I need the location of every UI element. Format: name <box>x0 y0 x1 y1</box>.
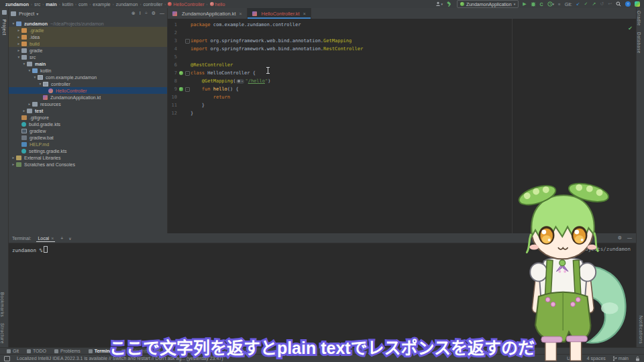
hide-panel-icon[interactable]: — <box>160 11 164 16</box>
tree-item-build[interactable]: ▸build <box>8 40 167 47</box>
user-icon[interactable]: ▾ <box>435 1 443 7</box>
fold-marker-icon[interactable]: − <box>184 39 191 44</box>
code-line-9: 9− fun hello() { <box>168 85 636 93</box>
chevron-down-icon: ▾ <box>32 75 38 79</box>
tree-item-settings-gradle-kts[interactable]: settings.gradle.kts <box>8 147 167 154</box>
tree-item-scratches-and-consoles[interactable]: ▸Scratches and Consoles <box>8 161 167 168</box>
chevron-down-icon[interactable]: ▾ <box>36 11 38 16</box>
code-line-7: 7−class HelloController { <box>168 69 636 77</box>
git-push-icon[interactable]: ↗ <box>592 1 596 7</box>
ide-update-icon[interactable]: ↑ <box>625 1 631 7</box>
breadcrumb-item-com[interactable]: com <box>78 2 87 7</box>
project-stripe-icon[interactable] <box>2 10 7 15</box>
zundamon-character <box>504 176 636 362</box>
tree-item-idea[interactable]: ▸.idea <box>8 34 167 40</box>
collapse-all-icon[interactable]: ÷ <box>145 11 148 16</box>
tree-item-controller[interactable]: ▾controller <box>8 80 167 87</box>
breadcrumb-separator: › <box>59 2 60 6</box>
tree-item-gradle[interactable]: ▸gradle <box>8 47 167 54</box>
url-inlay-hint-icon[interactable]: ▾ <box>236 79 244 84</box>
tree-item-gradlew-bat[interactable]: gradlew.bat <box>8 134 167 141</box>
tree-item-zundamon[interactable]: ▾zundamon~/IdeaProjects/zundamon <box>8 20 167 27</box>
chevron-right-icon: ▸ <box>16 35 21 39</box>
close-icon[interactable]: × <box>51 236 54 241</box>
git-commit-icon[interactable]: ✓ <box>584 1 588 7</box>
search-everywhere-icon[interactable] <box>616 1 621 7</box>
breadcrumb-item-kotlin[interactable]: kotlin <box>62 2 73 7</box>
breadcrumb-item-hello[interactable]: hello <box>210 2 225 7</box>
tree-item-help-md[interactable]: HELP.md <box>8 141 167 147</box>
spring-bean-icon <box>179 71 183 75</box>
editor-tab-hellocontroller-kt[interactable]: HelloController.kt× <box>248 8 311 19</box>
chevron-right-icon: ▸ <box>11 156 16 160</box>
project-view-icon <box>11 11 16 16</box>
stripe-item-gradle[interactable]: Gradle <box>637 8 641 29</box>
close-icon[interactable]: × <box>303 11 306 16</box>
tree-item-main[interactable]: ▾main <box>8 60 167 67</box>
line-number: 6 <box>168 62 177 68</box>
breadcrumb-item-zundamon[interactable]: zundamon <box>116 2 138 7</box>
fold-marker-icon[interactable]: − <box>184 87 191 92</box>
tree-item-test[interactable]: ▸test <box>8 107 167 114</box>
scroll-to-source-icon[interactable]: Ⅰ <box>140 11 141 16</box>
close-icon[interactable]: × <box>239 11 241 16</box>
stripe-item-database[interactable]: Database <box>637 29 641 56</box>
tree-item-com-example-zundamon[interactable]: ▾com.example.zundamon <box>8 74 167 80</box>
plugin-gradient-icon[interactable] <box>635 1 640 7</box>
line-number: 7 <box>168 70 177 76</box>
git-label: Git: <box>565 2 572 7</box>
breadcrumb-item-zundamon[interactable]: zundamon <box>5 2 29 7</box>
tree-item-zundamonapplication-kt[interactable]: ZundamonApplication.kt <box>8 94 167 101</box>
package-icon <box>43 82 48 86</box>
fold-marker-icon[interactable]: − <box>184 71 191 76</box>
code-line-8: 8 @GetMapping(▾"/hello") <box>168 77 636 85</box>
breadcrumb-separator: › <box>140 2 141 6</box>
profiler-button[interactable]: ▾ <box>547 1 555 7</box>
kfile-icon <box>43 95 48 100</box>
tree-item-kotlin[interactable]: ▾kotlin <box>8 67 167 74</box>
project-view-title[interactable]: Project <box>19 11 34 17</box>
code-line-4: 4import org.springframework.web.bind.ann… <box>168 45 636 53</box>
run-toolbar: ▾ ZundamonApplication ▾ ▶ C ▾ ■ Git: ↙ ✓… <box>435 0 644 8</box>
folder-orange-icon <box>21 42 27 46</box>
chevron-down-icon[interactable]: ∨ <box>68 236 71 241</box>
breadcrumb-item-src[interactable]: src <box>34 2 40 7</box>
tree-item-hellocontroller[interactable]: HelloController <box>8 87 167 94</box>
rollback-icon[interactable]: ↩ <box>608 1 612 7</box>
tree-item-gitignore[interactable]: .gitignore <box>8 114 167 121</box>
tree-item-resources[interactable]: ▸resources <box>8 101 167 107</box>
run-configuration-select[interactable]: ZundamonApplication ▾ <box>457 0 519 8</box>
folder-orange-icon <box>21 28 27 33</box>
breadcrumb-separator: › <box>207 2 208 6</box>
tree-item-gradlew[interactable]: gradlew <box>8 127 167 134</box>
gear-icon[interactable]: ⚙ <box>152 11 156 16</box>
breadcrumb-separator: › <box>89 2 91 6</box>
select-opened-file-icon[interactable]: ⊗ <box>131 11 136 16</box>
editor-tab-zundamonapplication-kt[interactable]: ZundamonApplication.kt× <box>168 8 248 19</box>
stripe-item-project[interactable]: Project <box>2 17 7 38</box>
breadcrumb-item-controller[interactable]: controller <box>143 2 162 7</box>
build-hammer-icon[interactable] <box>447 1 453 7</box>
breadcrumb: zundamon›src›main›kotlin›com›example›zun… <box>0 2 225 7</box>
new-terminal-icon[interactable]: + <box>60 236 63 241</box>
breadcrumb-item-hellocontroller[interactable]: HelloController <box>168 2 204 7</box>
folder-src-icon <box>32 68 38 73</box>
tree-item-gradle[interactable]: ▸.gradle <box>8 27 167 34</box>
stripe-item-bookmarks[interactable]: Bookmarks <box>0 290 5 320</box>
run-button[interactable]: ▶ <box>523 1 526 7</box>
tree-item-src[interactable]: ▾src <box>8 54 167 60</box>
debug-button[interactable] <box>531 1 536 7</box>
breadcrumb-item-example[interactable]: example <box>93 2 110 7</box>
inspection-ok-icon[interactable]: ✔ <box>628 25 633 32</box>
coverage-button[interactable]: C <box>540 1 543 7</box>
breadcrumb-item-main[interactable]: main <box>46 2 56 7</box>
git-update-icon[interactable]: ↙ <box>576 1 580 7</box>
chevron-down-icon: ▾ <box>21 62 27 66</box>
tree-item-build-gradle-kts[interactable]: build.gradle.kts <box>8 121 167 127</box>
chevron-down-icon: ▾ <box>16 55 21 59</box>
terminal-tab[interactable]: Local × <box>36 235 55 242</box>
tree-item-external-libraries[interactable]: ▸External Libraries <box>8 154 167 161</box>
video-subtitle: ここで文字列を返すとplain textでレスポンスを返すのだ ここで文字列を返… <box>0 340 644 357</box>
history-icon[interactable]: ↺ <box>600 1 604 7</box>
stop-button[interactable]: ■ <box>558 1 561 7</box>
